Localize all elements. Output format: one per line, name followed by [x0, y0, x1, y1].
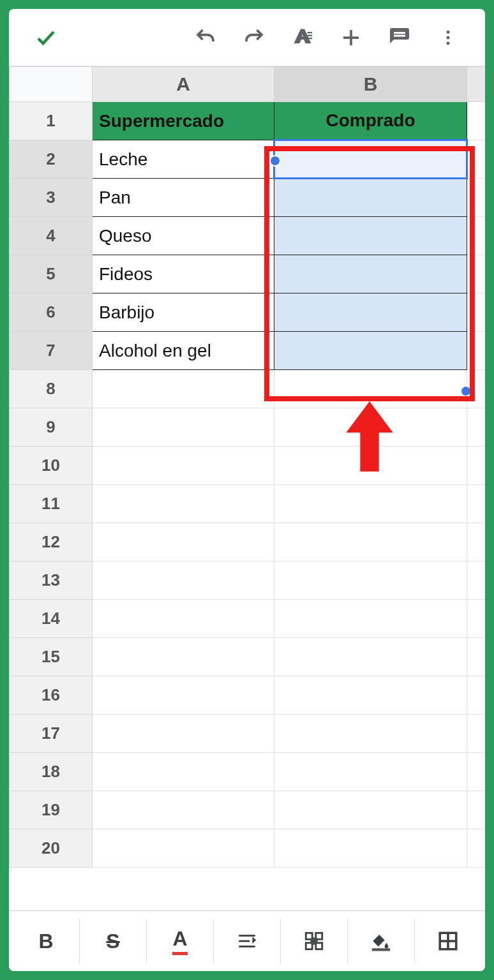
- cell-C17[interactable]: [467, 715, 486, 753]
- borders-button[interactable]: [415, 919, 481, 963]
- cell-A5[interactable]: Fideos: [93, 255, 274, 293]
- selection-handle-top-left[interactable]: [269, 155, 281, 167]
- align-button[interactable]: [214, 919, 281, 963]
- cell-A8[interactable]: [93, 370, 274, 408]
- cell-B16[interactable]: [274, 676, 467, 715]
- cell-A20[interactable]: [93, 829, 274, 868]
- cell-B11[interactable]: [274, 485, 467, 523]
- row-header-19[interactable]: 19: [10, 791, 93, 829]
- insert-button[interactable]: [332, 19, 370, 57]
- cell-C20[interactable]: [467, 829, 486, 868]
- cell-A9[interactable]: [93, 408, 274, 447]
- row-header-10[interactable]: 10: [10, 447, 93, 485]
- cell-A17[interactable]: [93, 715, 274, 753]
- cell-A1[interactable]: Supermercado: [93, 102, 274, 140]
- row-header-11[interactable]: 11: [10, 485, 93, 523]
- row-header-17[interactable]: 17: [10, 715, 93, 753]
- cell-C3[interactable]: [467, 179, 486, 217]
- cell-A7[interactable]: Alcohol en gel: [93, 332, 274, 370]
- cell-B9[interactable]: [274, 408, 467, 447]
- cell-A16[interactable]: [93, 676, 274, 715]
- row-header-6[interactable]: 6: [10, 293, 93, 332]
- cell-C9[interactable]: [467, 408, 486, 447]
- row-header-7[interactable]: 7: [10, 332, 93, 370]
- redo-button[interactable]: [235, 19, 273, 57]
- cell-C6[interactable]: [467, 293, 486, 332]
- cell-B15[interactable]: [274, 638, 467, 676]
- cell-A6[interactable]: Barbijo: [93, 293, 274, 332]
- cell-A14[interactable]: [93, 600, 274, 638]
- row-header-20[interactable]: 20: [10, 829, 93, 868]
- cell-B18[interactable]: [274, 753, 467, 791]
- row-header-15[interactable]: 15: [10, 638, 93, 676]
- cell-B2[interactable]: [274, 140, 467, 179]
- merge-cells-button[interactable]: [281, 919, 348, 963]
- fill-color-button[interactable]: [348, 919, 415, 963]
- select-all-corner[interactable]: [10, 67, 93, 102]
- cell-C4[interactable]: [467, 217, 486, 255]
- accept-button[interactable]: [27, 19, 65, 57]
- cell-A11[interactable]: [93, 485, 274, 523]
- cell-C5[interactable]: [467, 255, 486, 293]
- row-header-13[interactable]: 13: [10, 561, 93, 600]
- spreadsheet-grid[interactable]: A B 1 Supermercado Comprado 2 Leche: [9, 66, 485, 910]
- row-header-8[interactable]: 8: [10, 370, 93, 408]
- text-format-button[interactable]: [283, 19, 322, 57]
- cell-A4[interactable]: Queso: [93, 217, 274, 255]
- text-color-button[interactable]: A: [147, 919, 214, 963]
- cell-B1[interactable]: Comprado: [274, 102, 467, 140]
- cell-B3[interactable]: [274, 179, 467, 217]
- row-header-5[interactable]: 5: [10, 255, 93, 293]
- cell-C18[interactable]: [467, 753, 486, 791]
- cell-A10[interactable]: [93, 447, 274, 485]
- cell-C19[interactable]: [467, 791, 486, 829]
- cell-C14[interactable]: [467, 600, 486, 638]
- cell-B19[interactable]: [274, 791, 467, 829]
- bold-button[interactable]: B: [13, 919, 80, 963]
- column-header-B[interactable]: B: [274, 67, 467, 102]
- cell-A3[interactable]: Pan: [93, 179, 274, 217]
- cell-C13[interactable]: [467, 561, 486, 600]
- cell-B17[interactable]: [274, 715, 467, 753]
- cell-B13[interactable]: [274, 561, 467, 600]
- row-header-18[interactable]: 18: [10, 753, 93, 791]
- cell-B4[interactable]: [274, 217, 467, 255]
- cell-C1[interactable]: [467, 102, 486, 140]
- strikethrough-button[interactable]: S: [80, 919, 147, 963]
- column-header-C[interactable]: [467, 67, 486, 102]
- cell-C2[interactable]: [467, 140, 486, 179]
- more-button[interactable]: [429, 19, 467, 57]
- cell-C7[interactable]: [467, 332, 486, 370]
- row-header-16[interactable]: 16: [10, 676, 93, 715]
- cell-C16[interactable]: [467, 676, 486, 715]
- comment-button[interactable]: [380, 19, 419, 57]
- row-header-14[interactable]: 14: [10, 600, 93, 638]
- cell-A2[interactable]: Leche: [93, 140, 274, 179]
- cell-A12[interactable]: [93, 523, 274, 561]
- cell-B20[interactable]: [274, 829, 467, 868]
- cell-B10[interactable]: [274, 447, 467, 485]
- cell-C10[interactable]: [467, 447, 486, 485]
- cell-C11[interactable]: [467, 485, 486, 523]
- cell-C15[interactable]: [467, 638, 486, 676]
- cell-B14[interactable]: [274, 600, 467, 638]
- cell-A15[interactable]: [93, 638, 274, 676]
- cell-A19[interactable]: [93, 791, 274, 829]
- row-header-9[interactable]: 9: [10, 408, 93, 447]
- cell-A18[interactable]: [93, 753, 274, 791]
- cell-B6[interactable]: [274, 293, 467, 332]
- column-header-A[interactable]: A: [93, 67, 274, 102]
- row-header-3[interactable]: 3: [10, 179, 93, 217]
- cell-B5[interactable]: [274, 255, 467, 293]
- cell-B8[interactable]: [274, 370, 467, 408]
- selection-handle-bottom-right[interactable]: [460, 385, 472, 397]
- row-header-2[interactable]: 2: [10, 140, 93, 179]
- row-header-4[interactable]: 4: [10, 217, 93, 255]
- cell-B7[interactable]: [274, 332, 467, 370]
- row-header-12[interactable]: 12: [10, 523, 93, 561]
- cell-C12[interactable]: [467, 523, 486, 561]
- undo-button[interactable]: [186, 19, 225, 57]
- row-header-1[interactable]: 1: [10, 102, 93, 140]
- cell-A13[interactable]: [93, 561, 274, 600]
- cell-B12[interactable]: [274, 523, 467, 561]
